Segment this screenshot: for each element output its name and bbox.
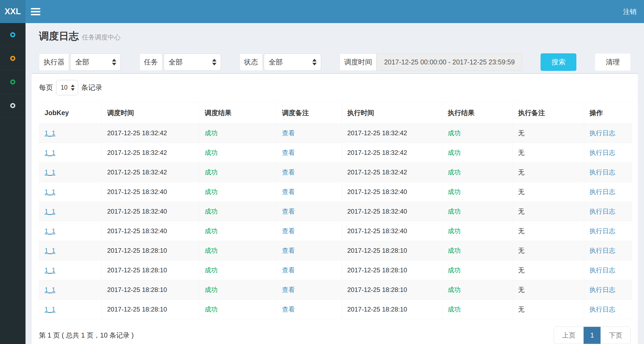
exec-log-link[interactable]: 执行日志	[589, 286, 615, 293]
circle-o-icon	[10, 32, 15, 37]
handle-result-cell: 成功	[442, 202, 513, 221]
trigger-msg-link[interactable]: 查看	[282, 169, 295, 176]
app-logo[interactable]: XXL	[0, 0, 26, 23]
trigger-result-cell: 成功	[199, 241, 277, 261]
jobkey-link[interactable]: 1_1	[45, 169, 55, 176]
jobkey-link[interactable]: 1_1	[45, 129, 55, 137]
circle-o-icon	[10, 79, 15, 85]
handle-time-cell: 2017-12-25 18:28:10	[342, 280, 442, 300]
handle-result-cell: 成功	[442, 182, 513, 202]
exec-log-link[interactable]: 执行日志	[589, 188, 615, 195]
exec-log-link[interactable]: 执行日志	[589, 169, 615, 176]
page-title: 调度日志	[39, 30, 79, 43]
trigger-msg-link[interactable]: 查看	[282, 188, 295, 195]
status-select[interactable]: 全部	[264, 53, 321, 71]
trigger-msg-link[interactable]: 查看	[282, 306, 295, 313]
trigger-msg-link[interactable]: 查看	[282, 129, 295, 137]
handle-msg-cell: 无	[513, 202, 584, 221]
page-size-suffix-label: 条记录	[81, 83, 102, 92]
handle-time-cell: 2017-12-25 18:32:40	[342, 182, 442, 202]
sidebar-item-job-log[interactable]	[0, 70, 26, 94]
handle-result-cell: 成功	[442, 143, 513, 163]
search-button[interactable]: 搜索	[541, 53, 576, 71]
trigger-msg-link[interactable]: 查看	[282, 149, 295, 156]
trigger-msg-link[interactable]: 查看	[282, 247, 295, 254]
exec-log-link[interactable]: 执行日志	[589, 266, 615, 274]
status-filter-label: 状态	[240, 53, 263, 71]
trigger-time-cell: 2017-12-25 18:32:42	[102, 123, 199, 143]
trigger-time-cell: 2017-12-25 18:32:40	[102, 182, 199, 202]
jobkey-link[interactable]: 1_1	[45, 306, 55, 313]
jobkey-link[interactable]: 1_1	[45, 149, 55, 156]
handle-time-cell: 2017-12-25 18:28:10	[342, 261, 442, 280]
executor-filter-label: 执行器	[39, 53, 69, 71]
job-log-table: JobKey 调度时间 调度结果 调度备注 执行时间 执行结果 执行备注 操作 …	[39, 102, 632, 319]
trigger-result-cell: 成功	[199, 163, 277, 182]
table-row: 1_1 2017-12-25 18:28:10 成功 查看 2017-12-25…	[39, 300, 632, 319]
page-size-prefix-label: 每页	[39, 83, 53, 92]
sidebar-item-executor-manage[interactable]	[0, 94, 26, 118]
handle-time-cell: 2017-12-25 18:32:42	[342, 163, 442, 182]
trigger-time-range-input[interactable]	[377, 53, 522, 71]
jobkey-link[interactable]: 1_1	[45, 188, 55, 195]
filter-bar: 执行器 全部 任务 全部 状态 全部	[32, 53, 638, 71]
navbar: 注销	[26, 0, 644, 23]
exec-log-link[interactable]: 执行日志	[589, 208, 615, 215]
job-filter: 任务 全部	[139, 53, 221, 71]
select-arrow-icon	[112, 59, 116, 65]
handle-result-cell: 成功	[442, 163, 513, 182]
handle-result-cell: 成功	[442, 221, 513, 241]
handle-msg-cell: 无	[513, 261, 584, 280]
exec-log-link[interactable]: 执行日志	[589, 227, 615, 235]
trigger-time-filter: 调度时间	[339, 53, 522, 71]
trigger-msg-link[interactable]: 查看	[282, 227, 295, 235]
trigger-msg-link[interactable]: 查看	[282, 208, 295, 215]
sidebar-item-job-manage[interactable]	[0, 47, 26, 70]
handle-result-cell: 成功	[442, 261, 513, 280]
table-row: 1_1 2017-12-25 18:32:40 成功 查看 2017-12-25…	[39, 202, 632, 221]
logout-link[interactable]: 注销	[616, 0, 644, 23]
jobkey-link[interactable]: 1_1	[45, 227, 55, 235]
handle-msg-cell: 无	[513, 280, 584, 300]
col-jobkey: JobKey	[39, 102, 102, 123]
trigger-result-cell: 成功	[199, 123, 277, 143]
exec-log-link[interactable]: 执行日志	[589, 149, 615, 156]
exec-log-link[interactable]: 执行日志	[589, 247, 615, 254]
trigger-msg-link[interactable]: 查看	[282, 266, 295, 274]
trigger-result-cell: 成功	[199, 202, 277, 221]
handle-time-cell: 2017-12-25 18:32:40	[342, 202, 442, 221]
jobkey-link[interactable]: 1_1	[45, 266, 55, 274]
handle-msg-cell: 无	[513, 241, 584, 261]
handle-msg-cell: 无	[513, 300, 584, 319]
job-select[interactable]: 全部	[164, 53, 221, 71]
select-arrow-icon	[71, 85, 75, 91]
menu-toggle-button[interactable]	[30, 3, 46, 20]
exec-log-link[interactable]: 执行日志	[589, 129, 615, 137]
jobkey-link[interactable]: 1_1	[45, 247, 55, 254]
prev-page-button[interactable]: 上页	[554, 327, 584, 344]
current-page-button[interactable]: 1	[584, 327, 600, 344]
trigger-time-cell: 2017-12-25 18:28:10	[102, 300, 199, 319]
select-arrow-icon	[312, 59, 317, 65]
exec-log-link[interactable]: 执行日志	[589, 306, 615, 313]
clean-button[interactable]: 清理	[595, 53, 631, 71]
trigger-time-cell: 2017-12-25 18:28:10	[102, 261, 199, 280]
pagination-summary: 第 1 页 ( 总共 1 页，10 条记录 )	[39, 331, 134, 340]
trigger-time-cell: 2017-12-25 18:32:42	[102, 163, 199, 182]
trigger-msg-link[interactable]: 查看	[282, 286, 295, 293]
page-subtitle: 任务调度中心	[82, 34, 121, 41]
executor-select[interactable]: 全部	[70, 53, 121, 71]
circle-o-icon	[10, 103, 15, 108]
trigger-time-cell: 2017-12-25 18:32:40	[102, 221, 199, 241]
sidebar-item-dashboard[interactable]	[0, 23, 26, 47]
table-row: 1_1 2017-12-25 18:28:10 成功 查看 2017-12-25…	[39, 280, 632, 300]
handle-result-cell: 成功	[442, 123, 513, 143]
col-trigger-msg: 调度备注	[277, 102, 342, 123]
jobkey-link[interactable]: 1_1	[45, 286, 55, 293]
select-arrow-icon	[212, 59, 216, 65]
col-action: 操作	[584, 102, 632, 123]
jobkey-link[interactable]: 1_1	[45, 208, 55, 215]
page-size-select[interactable]: 10	[56, 80, 78, 95]
next-page-button[interactable]: 下页	[600, 327, 630, 344]
handle-msg-cell: 无	[513, 221, 584, 241]
